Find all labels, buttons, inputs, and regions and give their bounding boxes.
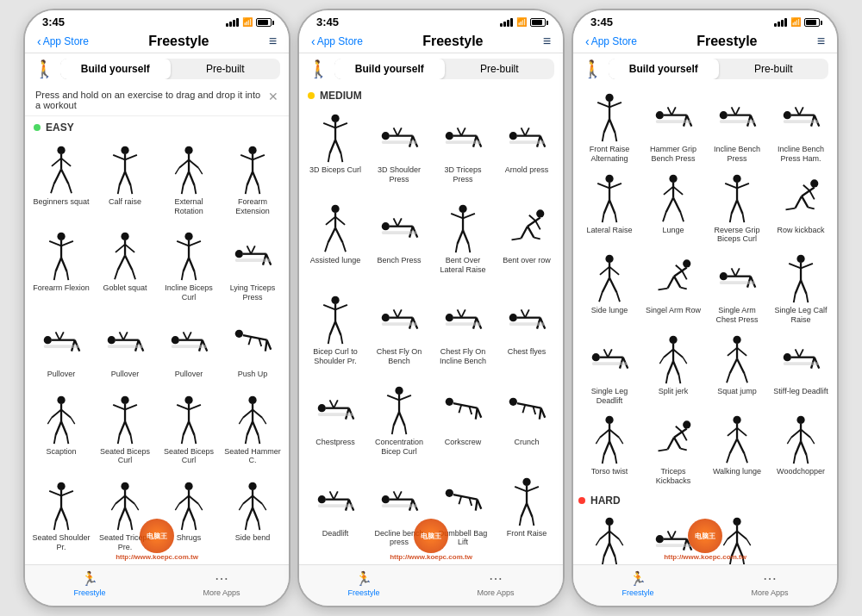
exercise-item[interactable]: Deadlift [304,472,366,561]
exercise-item[interactable]: Scaption [30,390,92,475]
exercise-item[interactable]: Front Raise [496,472,558,561]
exercise-item[interactable]: Single Leg Deadlift 2 DB [642,512,704,564]
back-label-1: App Store [43,35,89,47]
exercise-item[interactable]: Lying Triceps Press [222,227,284,311]
tab-build-3[interactable]: Build yourself [609,59,719,79]
exercise-item[interactable]: External Rotation [158,140,220,225]
exercise-item[interactable]: Side lunge [578,249,640,328]
exercise-item[interactable]: Pullover [94,313,156,388]
tab-build-1[interactable]: Build yourself [60,59,171,79]
bottom-more-1[interactable]: ⋯ More Apps [203,570,240,597]
exercise-item[interactable]: Crunch [496,381,558,470]
exercise-item[interactable]: Single Arm Snatch [578,512,640,564]
tab-prebuilt-2[interactable]: Pre-built [445,59,555,79]
menu-icon-1[interactable]: ≡ [269,34,277,49]
exercise-item[interactable]: Toe touch [706,512,768,564]
back-button-2[interactable]: ‹ App Store [311,34,363,48]
bottom-more-2[interactable]: ⋯ More Apps [477,570,514,597]
exercise-item[interactable]: Corkscrew [432,381,494,470]
exercise-item[interactable]: Bent Over Lateral Raise [432,199,494,288]
svg-point-355 [733,174,740,182]
exercise-item[interactable]: Chest Fly On Incline Bench [432,290,494,379]
svg-line-114 [183,421,188,435]
bottom-more-3[interactable]: ⋯ More Apps [751,570,788,597]
exercise-item[interactable]: Split jerk [642,330,704,409]
exercise-item[interactable]: Bent over row [496,199,558,288]
exercise-item[interactable]: Lunge [642,169,704,248]
exercise-item[interactable]: Forearm Extension [222,140,284,225]
svg-line-357 [725,184,737,189]
exercise-item[interactable]: Arnold press [496,109,558,197]
exercise-item[interactable]: Hammer Grip Bench Press [642,88,704,167]
exercise-item[interactable]: Single Arm Chest Press [706,249,768,328]
exercise-item[interactable]: Triceps Kickbacks [642,410,704,489]
exercise-item[interactable]: Single Leg Deadlift [578,330,640,409]
exercise-figure [440,112,487,164]
close-button-1[interactable]: ✕ [268,90,278,103]
back-button-3[interactable]: ‹ App Store [585,34,637,48]
exercises-grid-3[interactable]: Front Raise Alternating Hammer Grip Benc… [573,84,837,564]
exercise-item[interactable]: Calf raise [94,140,156,225]
exercise-figure [229,480,277,532]
exercise-item[interactable]: Bench Press [368,199,430,288]
exercise-item[interactable]: Seated Triceps Pre. [94,476,156,561]
tab-build-2[interactable]: Build yourself [334,59,445,79]
exercise-item[interactable]: Incline Bench Press [706,88,768,167]
exercise-figure [38,316,85,368]
exercise-item[interactable]: Chestpress [304,381,366,470]
exercise-item[interactable]: Lateral Raise [578,169,640,248]
exercise-item[interactable]: Beginners squat [30,140,92,225]
exercise-item[interactable]: Stiff-leg Deadlift [770,330,832,409]
exercise-item[interactable]: Concentration Bicep Curl [368,381,430,470]
exercise-item[interactable]: Row kickback [770,169,832,248]
exercise-item[interactable]: Pullover [30,313,92,388]
exercise-item[interactable]: Seated Biceps Curl [158,390,220,475]
exercise-item[interactable]: Bicep Curl to Shoulder Pr. [304,290,366,379]
exercise-item[interactable]: Single Leg Calf Raise [770,249,832,328]
exercise-item[interactable]: Chest flyes [496,290,558,379]
svg-line-6 [51,184,54,193]
exercise-item[interactable]: Forearm Flexion [30,227,92,311]
exercise-label: Split jerk [659,387,689,396]
exercise-item[interactable]: Seated Biceps Curl [94,390,156,475]
exercise-item[interactable]: Dumbbell Bag Lift [432,472,494,561]
exercise-item[interactable]: Woodchopper [770,410,832,489]
exercise-item[interactable]: Incline Bench Press Ham. [770,88,832,167]
exercise-item[interactable]: Front Raise Alternating [578,88,640,167]
exercise-item[interactable]: Seated Hammer C. [222,390,284,475]
exercise-item[interactable]: Pullover [158,313,220,388]
exercise-item[interactable]: 3D Shoulder Press [368,109,430,197]
bottom-freestyle-1[interactable]: 🏃 Freestyle [73,570,105,597]
svg-line-198 [335,217,345,225]
exercise-item[interactable]: Chest Fly On Bench [368,290,430,379]
tab-prebuilt-1[interactable]: Pre-built [171,59,281,79]
svg-line-224 [511,239,521,240]
svg-line-495 [729,557,731,564]
exercise-item[interactable]: Assisted lunge [304,199,366,288]
more-icon-2: ⋯ [489,570,503,587]
exercise-item[interactable]: Push Up [222,313,284,388]
menu-icon-2[interactable]: ≡ [543,34,551,49]
tab-prebuilt-3[interactable]: Pre-built [719,59,829,79]
svg-line-49 [132,270,135,279]
exercise-item[interactable]: Side bend [222,476,284,561]
menu-icon-3[interactable]: ≡ [817,34,825,49]
exercise-item[interactable]: Torso twist [578,410,640,489]
exercise-item[interactable]: Goblet squat [94,227,156,311]
exercise-item[interactable]: Seated Shoulder Pr. [30,476,92,561]
exercise-item[interactable]: Singel Arm Row [642,249,704,328]
exercises-grid-2[interactable]: 3D Biceps Curl 3D Shoulder Press 3D Tric… [299,105,563,564]
svg-line-112 [177,405,189,410]
exercises-grid-1[interactable]: Beginners squat Calf raise External Rota… [25,137,289,564]
exercise-item[interactable]: Shrugs [158,476,220,561]
exercise-item[interactable]: Squat jump [706,330,768,409]
exercise-item[interactable]: Decline bench press [368,472,430,561]
bottom-freestyle-3[interactable]: 🏃 Freestyle [622,570,653,597]
bottom-freestyle-2[interactable]: 🏃 Freestyle [347,570,379,597]
exercise-item[interactable]: Reverse Grip Biceps Curl [706,169,768,248]
exercise-item[interactable]: Walking lunge [706,410,768,489]
exercise-item[interactable]: 3D Triceps Press [432,109,494,197]
back-button-1[interactable]: ‹ App Store [37,34,89,48]
exercise-item[interactable]: 3D Biceps Curl [304,109,366,197]
exercise-item[interactable]: Incline Biceps Curl [158,227,220,311]
